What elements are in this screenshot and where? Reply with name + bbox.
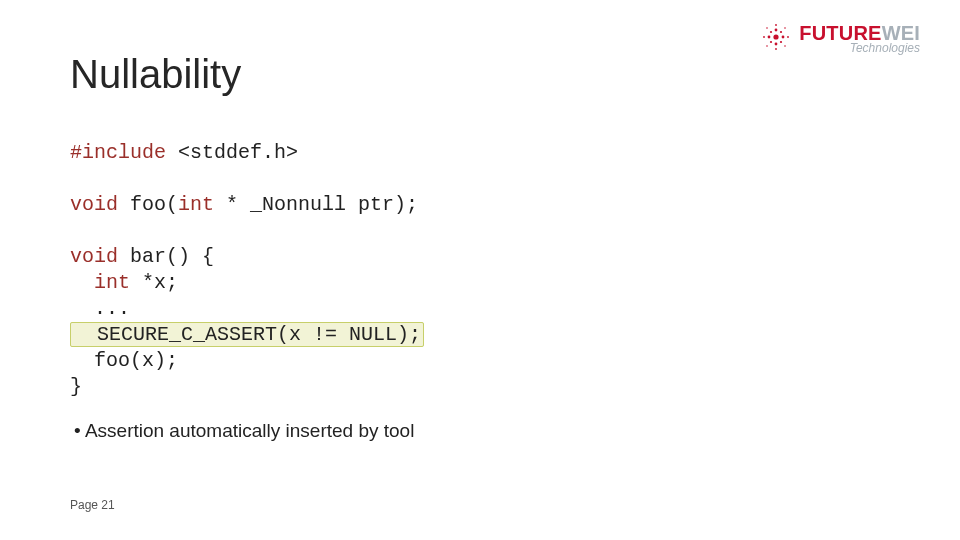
svg-point-13 [767,27,769,29]
code-block: #include <stddef.h> void foo(int * _Nonn… [70,140,424,400]
svg-point-2 [775,43,778,46]
code-highlight: SECURE_C_ASSERT(x != NULL); [70,322,424,347]
svg-point-1 [775,29,778,32]
code-keyword: int [178,193,214,216]
code-text [70,271,94,294]
svg-point-3 [768,36,771,39]
code-text: foo(x); [70,349,178,372]
svg-point-8 [780,41,782,43]
svg-point-12 [787,36,789,38]
code-text: *x; [130,271,178,294]
code-text: ... [70,297,130,320]
svg-point-6 [780,31,782,33]
code-text: * _Nonnull ptr); [214,193,418,216]
code-keyword: void [70,193,118,216]
svg-point-0 [774,34,779,39]
svg-point-5 [770,31,772,33]
code-text: foo( [118,193,178,216]
svg-point-9 [775,24,777,26]
svg-point-11 [763,36,765,38]
code-text: } [70,375,82,398]
code-text: <stddef.h> [166,141,298,164]
brand-logo: FUTUREWEI Technologies [759,20,920,58]
bullet-point: Assertion automatically inserted by tool [74,420,414,442]
code-keyword: int [94,271,130,294]
code-keyword: #include [70,141,166,164]
svg-point-4 [782,36,785,39]
svg-point-10 [775,48,777,50]
svg-point-15 [767,45,769,47]
logo-text-sub: Technologies [850,41,920,55]
logo-mark-icon [759,20,793,58]
svg-point-16 [785,45,787,47]
svg-point-7 [770,41,772,43]
page-number: Page 21 [70,498,115,512]
code-keyword: void [70,245,118,268]
code-text: bar() { [118,245,214,268]
slide-title: Nullability [70,52,241,97]
svg-point-14 [785,27,787,29]
